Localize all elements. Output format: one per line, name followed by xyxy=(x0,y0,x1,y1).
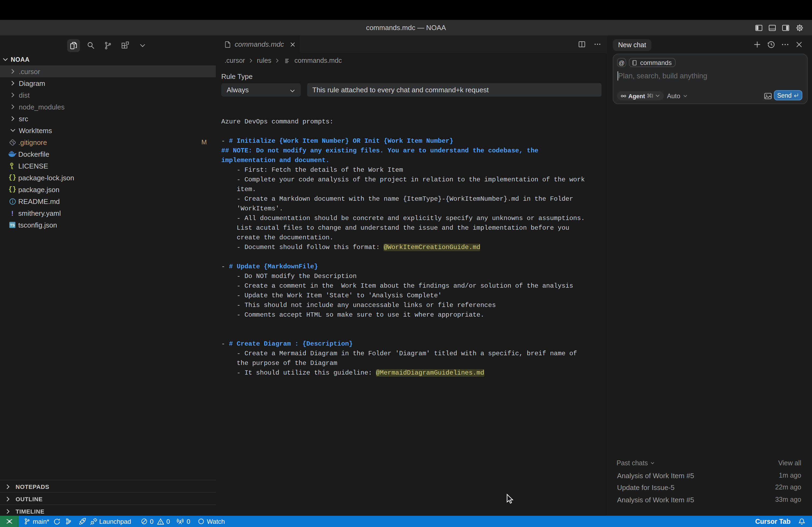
svg-text:TS: TS xyxy=(10,223,15,227)
